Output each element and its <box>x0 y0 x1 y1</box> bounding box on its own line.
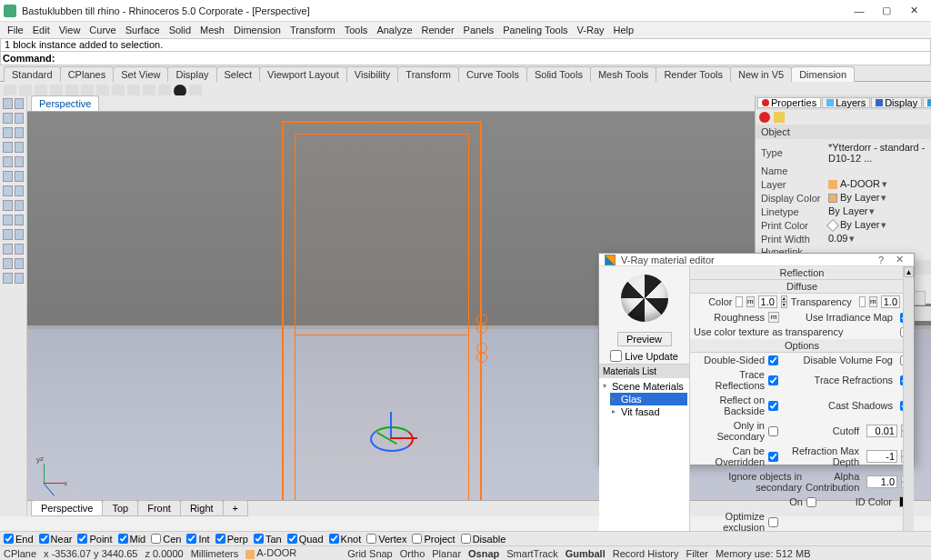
tab-cplanes[interactable]: CPlanes <box>60 66 115 82</box>
toggle-ortho[interactable]: Ortho <box>400 548 425 559</box>
scroll-up-button[interactable]: ▲ <box>904 266 914 277</box>
menu-view[interactable]: View <box>55 24 85 36</box>
can-override-checkbox[interactable] <box>768 452 778 462</box>
menu-analyze[interactable]: Analyze <box>373 24 415 36</box>
tool-icon[interactable] <box>15 142 25 153</box>
tool-icon[interactable] <box>15 171 25 182</box>
tab-curvetools[interactable]: Curve Tools <box>458 66 527 82</box>
diffuse-color-swatch[interactable] <box>736 296 742 307</box>
maximize-button[interactable]: ▢ <box>873 2 900 20</box>
tool-icon[interactable] <box>3 156 13 167</box>
tool-icon[interactable] <box>15 127 25 138</box>
panel-tab-properties[interactable]: Properties <box>757 97 821 108</box>
osnap-perp[interactable]: Perp <box>215 534 248 545</box>
preview-button[interactable]: Preview <box>617 332 672 346</box>
status-cplane[interactable]: CPlane <box>4 548 36 559</box>
toggle-gridsnap[interactable]: Grid Snap <box>347 548 393 559</box>
vray-close-button[interactable]: ✕ <box>890 254 908 265</box>
live-update-checkbox[interactable]: Live Update <box>599 348 689 364</box>
reflect-backside-checkbox[interactable] <box>768 401 778 411</box>
tab-visibility[interactable]: Visibility <box>346 66 399 82</box>
view-tab-right[interactable]: Right <box>180 500 224 516</box>
view-tab-front[interactable]: Front <box>137 500 181 516</box>
osnap-knot[interactable]: Knot <box>329 534 362 545</box>
alpha-contribution-input[interactable]: 1.0 <box>866 475 897 488</box>
status-units[interactable]: Millimeters <box>191 548 239 559</box>
diffuse-transparency-map-button[interactable]: m <box>869 296 877 307</box>
tab-display[interactable]: Display <box>167 66 216 82</box>
materials-tree[interactable]: Scene Materials Glas Vit fasad <box>599 378 689 548</box>
group-options[interactable]: Options <box>690 339 914 353</box>
osnap-disable[interactable]: Disable <box>461 534 506 545</box>
material-props-icon[interactable] <box>774 112 785 123</box>
diffuse-color-map-button[interactable]: m <box>746 296 755 307</box>
tool-icon[interactable] <box>3 142 13 153</box>
tool-icon[interactable] <box>15 98 25 109</box>
command-line[interactable]: Command: <box>0 51 931 65</box>
osnap-end[interactable]: End <box>4 534 34 545</box>
prop-linetype-dropdown[interactable]: By Layer▾ <box>828 205 926 217</box>
tree-material-glas[interactable]: Glas <box>610 393 687 405</box>
tool-icon[interactable] <box>3 113 13 124</box>
prop-printwidth-dropdown[interactable]: 0.09▾ <box>828 233 926 245</box>
prop-printcolor-dropdown[interactable]: By Layer▾ <box>828 219 926 231</box>
panel-tab-help[interactable]: Help <box>923 97 931 108</box>
toggle-filter[interactable]: Filter <box>686 548 707 559</box>
group-reflection[interactable]: Reflection <box>690 266 914 280</box>
menu-dimension[interactable]: Dimension <box>230 24 285 36</box>
tool-icon[interactable] <box>15 215 25 225</box>
osnap-tan[interactable]: Tan <box>254 534 282 545</box>
vray-title-bar[interactable]: V-Ray material editor ? ✕ <box>599 254 914 266</box>
tab-solidtools[interactable]: Solid Tools <box>526 66 591 82</box>
tree-material-vitfasad[interactable]: Vit fasad <box>610 405 687 418</box>
gumball-z-arrow[interactable] <box>390 412 392 439</box>
menu-file[interactable]: File <box>4 24 27 36</box>
vray-material-editor-dialog[interactable]: V-Ray material editor ? ✕ Preview Live U… <box>598 253 915 465</box>
roughness-map-button[interactable]: m <box>768 312 779 323</box>
tab-setview[interactable]: Set View <box>113 66 168 82</box>
tool-icon[interactable] <box>15 185 25 196</box>
double-sided-checkbox[interactable] <box>768 355 778 365</box>
menu-transform[interactable]: Transform <box>286 24 339 36</box>
vray-scrollbar[interactable]: ▲▼ <box>903 266 914 548</box>
menu-edit[interactable]: Edit <box>29 24 54 36</box>
tab-newin5[interactable]: New in V5 <box>730 66 792 82</box>
object-props-icon[interactable] <box>759 112 770 123</box>
toggle-osnap[interactable]: Osnap <box>468 548 499 559</box>
panel-tab-display[interactable]: Display <box>871 97 922 108</box>
view-tab-add[interactable]: + <box>223 500 248 516</box>
tab-dimension[interactable]: Dimension <box>791 66 855 82</box>
only-secondary-checkbox[interactable] <box>768 426 778 436</box>
osnap-point[interactable]: Point <box>77 534 112 545</box>
menu-panels[interactable]: Panels <box>460 24 498 36</box>
tool-icon[interactable] <box>3 244 13 255</box>
optimize-exclusion-checkbox[interactable] <box>768 517 778 527</box>
toggle-smarttrack[interactable]: SmartTrack <box>506 548 557 559</box>
tool-icon[interactable] <box>3 215 13 225</box>
cutoff-input[interactable]: 0.01 <box>866 425 897 437</box>
group-diffuse[interactable]: Diffuse <box>690 280 914 294</box>
menu-render[interactable]: Render <box>418 24 458 36</box>
trace-reflections-checkbox[interactable] <box>768 375 778 385</box>
view-tab-perspective[interactable]: Perspective <box>31 500 103 516</box>
tab-rendertools[interactable]: Render Tools <box>656 66 731 82</box>
menu-help[interactable]: Help <box>610 24 638 36</box>
tab-viewport[interactable]: Viewport Layout <box>259 66 347 82</box>
vray-help-button[interactable]: ? <box>872 255 890 265</box>
tool-icon[interactable] <box>15 156 25 167</box>
menu-tools[interactable]: Tools <box>341 24 372 36</box>
tool-icon[interactable] <box>3 229 13 240</box>
tool-icon[interactable] <box>15 244 25 255</box>
tab-meshtools[interactable]: Mesh Tools <box>590 66 656 82</box>
panel-tab-layers[interactable]: Layers <box>822 97 870 108</box>
menu-curve[interactable]: Curve <box>85 24 119 36</box>
view-tab-top[interactable]: Top <box>102 500 138 516</box>
tool-icon[interactable] <box>3 200 13 211</box>
toggle-planar[interactable]: Planar <box>432 548 461 559</box>
osnap-cen[interactable]: Cen <box>151 534 181 545</box>
close-button[interactable]: ✕ <box>900 2 927 20</box>
tool-icon[interactable] <box>3 273 13 284</box>
menu-solid[interactable]: Solid <box>165 24 195 36</box>
prop-displaycolor-dropdown[interactable]: By Layer▾ <box>828 192 926 204</box>
tab-standard[interactable]: Standard <box>4 66 61 82</box>
